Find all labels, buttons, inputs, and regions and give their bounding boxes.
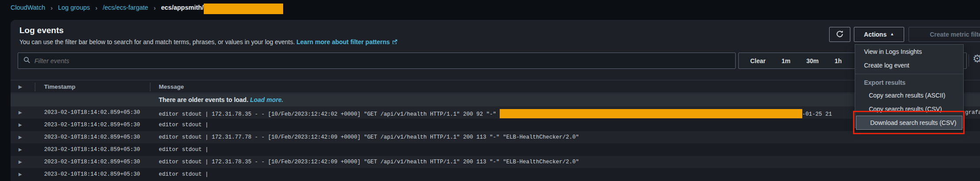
row-message: editor stdout | (159, 171, 209, 177)
row-timestamp: 2023-02-10T18:14:02.859+05:30 (44, 147, 140, 153)
refresh-icon (836, 30, 844, 39)
row-message-overflow: grafan (965, 109, 980, 116)
row-message: editor stdout | (159, 147, 209, 153)
external-link-icon (392, 38, 398, 45)
row-message: editor stdout | 172.31.77.78 - - [10/Feb… (159, 134, 579, 140)
log-events-panel: Log events You can use the filter bar be… (11, 20, 980, 181)
create-metric-filter-button[interactable]: Create metric filter (909, 27, 980, 42)
table-header: ▶ Timestamp Message (11, 80, 980, 93)
row-expand-chevron-icon[interactable]: ▶ (19, 135, 22, 140)
expand-all-chevron-icon[interactable]: ▶ (19, 84, 22, 89)
time-range-1m[interactable]: 1m (782, 57, 790, 64)
row-expand-chevron-icon[interactable]: ▶ (19, 110, 22, 115)
older-events-label: There are older events to load. (159, 96, 248, 103)
row-message: editor stdout | 172.31.78.35 - - [10/Feb… (159, 109, 832, 119)
menu-item-download-search-results-csv[interactable]: Download search results (CSV) (856, 116, 962, 130)
row-message-tail: -01-25 21 (802, 111, 832, 117)
row-timestamp: 2023-02-10T18:14:02.859+05:30 (44, 159, 140, 165)
time-range-1h[interactable]: 1h (834, 57, 842, 64)
redaction-block (500, 109, 802, 118)
redaction-block (204, 4, 283, 14)
older-events-row: There are older events to load. Load mor… (11, 94, 980, 106)
menu-item-copy-search-results-ascii[interactable]: Copy search results (ASCII) (855, 88, 963, 102)
search-icon (23, 57, 30, 65)
row-message: editor stdout | 172.31.78.35 - - [10/Feb… (159, 159, 579, 165)
time-range-30m[interactable]: 30m (806, 57, 819, 64)
column-divider (35, 83, 35, 91)
gear-icon[interactable]: ⚙ (973, 53, 980, 65)
row-message: editor stdout | (159, 122, 209, 128)
chevron-up-icon: ▲ (890, 32, 894, 36)
clear-time-range-button[interactable]: Clear (750, 57, 766, 64)
message-column-header: Message (159, 83, 184, 90)
page-title: Log events (19, 26, 64, 35)
table-row: ▶2023-02-10T18:14:02.859+05:30grafanedit… (11, 106, 980, 119)
row-timestamp: 2023-02-10T18:14:02.859+05:30 (44, 171, 140, 177)
menu-divider (855, 74, 963, 74)
table-row: ▶2023-02-10T18:14:02.859+05:30editor std… (11, 156, 980, 168)
row-expand-chevron-icon[interactable]: ▶ (19, 159, 22, 164)
actions-button[interactable]: Actions ▲ (854, 27, 904, 42)
table-row: ▶2023-02-10T18:14:02.859+05:30editor std… (11, 131, 980, 143)
filter-events-input-wrapper (18, 53, 736, 69)
load-more-link[interactable]: Load more. (250, 96, 283, 103)
breadcrumb-separator-icon: › (50, 4, 52, 11)
actions-button-label: Actions (864, 31, 886, 38)
refresh-button[interactable] (829, 27, 850, 42)
breadcrumb-current-text: ecs/appsmith/ (161, 4, 204, 11)
breadcrumb-separator-icon: › (95, 4, 97, 11)
menu-item-create-log-event[interactable]: Create log event (855, 58, 963, 72)
row-expand-chevron-icon[interactable]: ▶ (19, 172, 22, 177)
page-description: You can use the filter bar below to sear… (19, 38, 398, 45)
menu-item-export-results: Export results (855, 76, 963, 88)
breadcrumb-current-stream: ecs/appsmith/ (161, 2, 283, 13)
create-metric-filter-label: Create metric filter (930, 31, 980, 38)
description-text: You can use the filter bar below to sear… (19, 38, 295, 45)
filter-events-input[interactable] (34, 57, 711, 64)
row-timestamp: 2023-02-10T18:14:02.859+05:30 (44, 122, 140, 128)
row-expand-chevron-icon[interactable]: ▶ (19, 147, 22, 152)
breadcrumb: CloudWatch › Log groups › /ecs/ecs-farga… (0, 0, 980, 15)
learn-more-link[interactable]: Learn more about filter patterns (296, 38, 390, 45)
breadcrumb-log-groups[interactable]: Log groups (58, 4, 90, 11)
menu-item-copy-search-results-csv[interactable]: Copy search results (CSV) (855, 102, 963, 116)
row-message-text: editor stdout | 172.31.78.35 - - [10/Feb… (159, 111, 500, 117)
timestamp-column-header: Timestamp (44, 83, 75, 90)
breadcrumb-log-group-name[interactable]: /ecs/ecs-fargate (103, 4, 148, 11)
breadcrumb-separator-icon: › (153, 4, 156, 11)
older-events-text: There are older events to load. Load mor… (159, 96, 283, 103)
row-timestamp: 2023-02-10T18:14:02.859+05:30 (44, 134, 140, 140)
log-rows-container: There are older events to load. Load mor… (11, 94, 980, 181)
table-row: ▶2023-02-10T18:14:02.859+05:30editor std… (11, 119, 980, 131)
breadcrumb-cloudwatch[interactable]: CloudWatch (11, 4, 45, 11)
top-navigation-bar: CloudWatch › Log groups › /ecs/ecs-farga… (0, 0, 980, 15)
menu-item-view-in-logs-insights[interactable]: View in Logs Insights (855, 45, 963, 58)
column-divider (150, 83, 150, 91)
table-row: ▶2023-02-10T18:14:02.859+05:30editor std… (11, 168, 980, 181)
actions-menu: View in Logs InsightsCreate log eventExp… (855, 44, 964, 128)
row-expand-chevron-icon[interactable]: ▶ (19, 122, 22, 127)
row-timestamp: 2023-02-10T18:14:02.859+05:30 (44, 109, 140, 116)
toolbar-divider (969, 54, 969, 67)
table-row: ▶2023-02-10T18:14:02.859+05:30editor std… (11, 143, 980, 156)
